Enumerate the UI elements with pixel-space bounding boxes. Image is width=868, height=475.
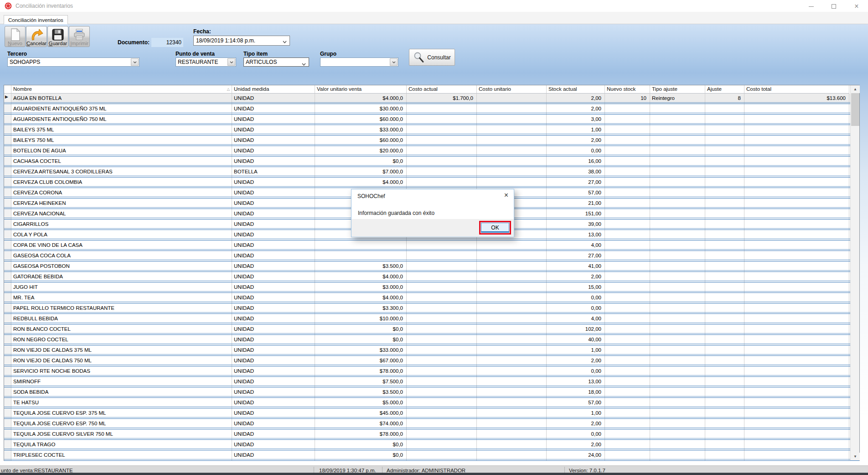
table-cell[interactable]: [744, 146, 849, 156]
table-cell[interactable]: [705, 115, 744, 125]
table-cell[interactable]: [744, 345, 849, 355]
table-cell[interactable]: UNIDAD: [232, 345, 315, 355]
table-cell[interactable]: [650, 198, 705, 209]
table-cell[interactable]: CERVEZA CORONA: [11, 188, 232, 198]
table-cell[interactable]: [650, 345, 705, 355]
table-cell[interactable]: $10.000,0: [315, 314, 407, 324]
table-cell[interactable]: 102,00: [547, 324, 605, 334]
table-cell[interactable]: [477, 240, 547, 251]
table-cell[interactable]: [407, 136, 477, 146]
selector-column-header[interactable]: [4, 85, 11, 94]
table-cell[interactable]: CERVEZA HEINEKEN: [11, 198, 232, 209]
table-cell[interactable]: [407, 398, 477, 408]
table-cell[interactable]: [650, 408, 705, 418]
table-cell[interactable]: [407, 167, 477, 177]
table-cell[interactable]: [477, 419, 547, 429]
table-row[interactable]: CACHASA COCTELUNIDAD$0,016,00: [4, 157, 859, 167]
table-cell[interactable]: UNIDAD: [232, 157, 315, 167]
table-cell[interactable]: 151,00: [547, 209, 605, 219]
table-cell[interactable]: [744, 398, 849, 408]
table-cell[interactable]: CERVEZA ARTESANAL 3 CORDILLERAS: [11, 167, 232, 177]
table-cell[interactable]: UNIDAD: [232, 136, 315, 146]
table-cell[interactable]: [605, 398, 650, 408]
table-cell[interactable]: $13.600: [744, 94, 849, 104]
table-cell[interactable]: UNIDAD: [232, 261, 315, 271]
table-cell[interactable]: [407, 272, 477, 282]
table-cell[interactable]: 57,00: [547, 188, 605, 198]
table-cell[interactable]: [744, 282, 849, 292]
fecha-picker[interactable]: 18/09/2019 1:14:08 p.m.: [193, 36, 290, 46]
table-cell[interactable]: [605, 335, 650, 345]
table-cell[interactable]: [744, 366, 849, 376]
table-cell[interactable]: [650, 324, 705, 334]
table-cell[interactable]: $7.000,0: [315, 167, 407, 177]
table-cell[interactable]: 1,00: [547, 408, 605, 418]
row-selector[interactable]: [4, 282, 11, 292]
table-row[interactable]: CERVEZA ARTESANAL 3 CORDILLERASBOTELLA$7…: [4, 167, 859, 177]
table-cell[interactable]: [650, 146, 705, 156]
table-cell[interactable]: [705, 419, 744, 429]
table-cell[interactable]: [650, 419, 705, 429]
table-cell[interactable]: [477, 293, 547, 303]
documento-field[interactable]: 12340: [151, 38, 183, 47]
table-cell[interactable]: [744, 177, 849, 188]
table-cell[interactable]: [744, 335, 849, 345]
table-cell[interactable]: [605, 408, 650, 418]
table-cell[interactable]: [605, 377, 650, 387]
table-cell[interactable]: [605, 345, 650, 355]
table-cell[interactable]: UNIDAD: [232, 272, 315, 282]
table-cell[interactable]: CIGARRILLOS: [11, 219, 232, 230]
column-header[interactable]: Ajuste: [705, 85, 744, 94]
table-cell[interactable]: [705, 345, 744, 355]
table-cell[interactable]: [705, 366, 744, 376]
row-selector[interactable]: [4, 104, 11, 114]
table-cell[interactable]: [477, 345, 547, 355]
table-cell[interactable]: [605, 115, 650, 125]
table-cell[interactable]: [477, 356, 547, 366]
table-cell[interactable]: 4,00: [547, 314, 605, 324]
table-cell[interactable]: [407, 314, 477, 324]
table-row[interactable]: PAPEL ROLLO TERMICO RESTAURANTEUNIDAD$3.…: [4, 303, 859, 314]
table-cell[interactable]: [650, 440, 705, 450]
table-cell[interactable]: [605, 157, 650, 167]
table-cell[interactable]: TEQUILA TRAGO: [11, 440, 232, 450]
table-cell[interactable]: CERVEZA CLUB COLOMBIA: [11, 177, 232, 188]
row-selector[interactable]: [4, 429, 11, 439]
table-cell[interactable]: [407, 335, 477, 345]
table-cell[interactable]: $45.000,0: [315, 408, 407, 418]
table-cell[interactable]: [407, 240, 477, 251]
table-cell[interactable]: [650, 366, 705, 376]
table-cell[interactable]: JUGO HIT: [11, 282, 232, 292]
table-cell[interactable]: [650, 177, 705, 188]
table-cell[interactable]: [705, 219, 744, 230]
table-cell[interactable]: [477, 387, 547, 397]
table-cell[interactable]: 0,00: [547, 303, 605, 313]
table-cell[interactable]: [407, 408, 477, 418]
table-cell[interactable]: [705, 303, 744, 313]
table-cell[interactable]: [477, 157, 547, 167]
table-cell[interactable]: [705, 209, 744, 219]
table-cell[interactable]: 38,00: [547, 167, 605, 177]
table-cell[interactable]: [477, 115, 547, 125]
table-cell[interactable]: UNIDAD: [232, 282, 315, 292]
table-row[interactable]: BAILEYS 375 MLUNIDAD$33.000,01,00: [4, 125, 859, 136]
table-cell[interactable]: [705, 377, 744, 387]
table-cell[interactable]: [477, 440, 547, 450]
table-cell[interactable]: UNIDAD: [232, 115, 315, 125]
row-selector[interactable]: [4, 125, 11, 135]
table-cell[interactable]: 24,00: [547, 450, 605, 460]
table-cell[interactable]: [477, 125, 547, 135]
table-cell[interactable]: [650, 293, 705, 303]
table-cell[interactable]: [605, 429, 650, 439]
table-cell[interactable]: GASEOSA COCA COLA: [11, 251, 232, 261]
cancelar-button[interactable]: Cancelar: [26, 26, 47, 47]
table-cell[interactable]: [650, 209, 705, 219]
table-cell[interactable]: TEQUILA JOSE CUERVO ESP. 750 ML: [11, 419, 232, 429]
table-cell[interactable]: [477, 261, 547, 271]
table-cell[interactable]: [407, 366, 477, 376]
row-selector[interactable]: [4, 366, 11, 376]
column-header[interactable]: Nuevo stock: [605, 85, 650, 94]
table-cell[interactable]: TEQUILA JOSE CUERVO ESP. 375 ML: [11, 408, 232, 418]
table-cell[interactable]: [744, 356, 849, 366]
table-cell[interactable]: [705, 293, 744, 303]
